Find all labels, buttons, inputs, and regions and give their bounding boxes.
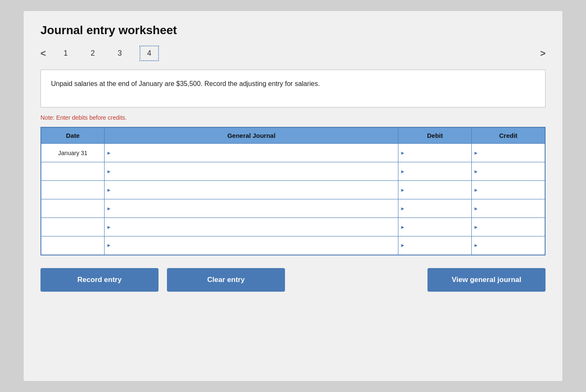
arrow-indicator: ► xyxy=(400,242,405,248)
credit-input-5[interactable] xyxy=(480,218,543,236)
tab-3[interactable]: 3 xyxy=(113,46,127,60)
header-general-journal: General Journal xyxy=(105,127,398,144)
page-title: Journal entry worksheet xyxy=(40,24,546,37)
debit-input-2[interactable] xyxy=(407,162,470,180)
clear-entry-button[interactable]: Clear entry xyxy=(167,268,285,292)
credit-cell-5[interactable]: ► xyxy=(472,218,545,236)
nav-arrow-right[interactable]: > xyxy=(540,48,546,59)
arrow-indicator: ► xyxy=(473,224,478,230)
tab-2[interactable]: 2 xyxy=(86,46,100,60)
table-row: ► ► ► xyxy=(41,236,545,255)
journal-input-2[interactable] xyxy=(113,162,396,180)
credit-cell-1[interactable]: ► xyxy=(472,144,545,162)
record-entry-button[interactable]: Record entry xyxy=(40,268,159,292)
credit-cell-3[interactable]: ► xyxy=(472,181,545,199)
date-cell-1: January 31 xyxy=(41,144,105,162)
debit-input-5[interactable] xyxy=(407,218,470,236)
arrow-indicator: ► xyxy=(473,150,478,156)
table-row: January 31 ► ► ► xyxy=(41,144,545,162)
general-journal-cell-3[interactable]: ► xyxy=(105,181,398,199)
view-general-journal-button[interactable]: View general journal xyxy=(427,268,546,292)
general-journal-cell-2[interactable]: ► xyxy=(105,162,398,181)
debit-input-6[interactable] xyxy=(407,236,470,255)
header-debit: Debit xyxy=(398,127,472,144)
debit-cell-6[interactable]: ► xyxy=(398,236,472,255)
journal-input-3[interactable] xyxy=(113,181,396,199)
description-text: Unpaid salaries at the end of January ar… xyxy=(51,80,320,87)
debit-input-1[interactable] xyxy=(407,144,470,162)
arrow-indicator: ► xyxy=(106,187,111,193)
debit-cell-2[interactable]: ► xyxy=(398,162,472,181)
main-container: Journal entry worksheet < 1 2 3 4 > Unpa… xyxy=(23,11,563,381)
journal-input-4[interactable] xyxy=(113,199,396,217)
table-row: ► ► ► xyxy=(41,162,545,181)
arrow-indicator: ► xyxy=(106,150,111,156)
table-row: ► ► ► xyxy=(41,218,545,236)
general-journal-cell-5[interactable]: ► xyxy=(105,218,398,236)
journal-input-6[interactable] xyxy=(113,236,396,255)
tab-4[interactable]: 4 xyxy=(140,46,159,61)
arrow-indicator: ► xyxy=(106,242,111,248)
journal-input-1[interactable] xyxy=(113,144,396,162)
arrow-indicator: ► xyxy=(400,169,405,175)
arrow-indicator: ► xyxy=(400,187,405,193)
general-journal-cell-4[interactable]: ► xyxy=(105,199,398,218)
tab-1[interactable]: 1 xyxy=(59,46,73,60)
arrow-indicator: ► xyxy=(400,150,405,156)
debit-input-4[interactable] xyxy=(407,199,470,217)
general-journal-cell-1[interactable]: ► xyxy=(105,144,398,162)
note-text: Note: Enter debits before credits. xyxy=(40,114,546,121)
credit-cell-6[interactable]: ► xyxy=(472,236,545,255)
arrow-indicator: ► xyxy=(473,206,478,212)
arrow-indicator: ► xyxy=(106,224,111,230)
date-cell-4 xyxy=(41,199,105,218)
arrow-indicator: ► xyxy=(106,169,111,175)
description-box: Unpaid salaries at the end of January ar… xyxy=(40,70,546,107)
debit-cell-4[interactable]: ► xyxy=(398,199,472,218)
debit-input-3[interactable] xyxy=(407,181,470,199)
general-journal-cell-6[interactable]: ► xyxy=(105,236,398,255)
header-date: Date xyxy=(41,127,105,144)
arrow-indicator: ► xyxy=(400,224,405,230)
arrow-indicator: ► xyxy=(400,206,405,212)
arrow-indicator: ► xyxy=(473,169,478,175)
debit-cell-5[interactable]: ► xyxy=(398,218,472,236)
credit-input-3[interactable] xyxy=(480,181,543,199)
credit-input-2[interactable] xyxy=(480,162,543,180)
credit-cell-4[interactable]: ► xyxy=(472,199,545,218)
debit-cell-1[interactable]: ► xyxy=(398,144,472,162)
date-cell-2 xyxy=(41,162,105,181)
date-cell-6 xyxy=(41,236,105,255)
credit-input-1[interactable] xyxy=(480,144,543,162)
tab-navigation: < 1 2 3 4 > xyxy=(40,46,546,61)
date-cell-3 xyxy=(41,181,105,199)
debit-cell-3[interactable]: ► xyxy=(398,181,472,199)
arrow-indicator: ► xyxy=(106,206,111,212)
journal-input-5[interactable] xyxy=(113,218,396,236)
arrow-indicator: ► xyxy=(473,242,478,248)
header-credit: Credit xyxy=(472,127,545,144)
journal-table: Date General Journal Debit Credit Januar… xyxy=(40,127,546,255)
credit-input-4[interactable] xyxy=(480,199,543,217)
arrow-indicator: ► xyxy=(473,187,478,193)
table-row: ► ► ► xyxy=(41,181,545,199)
credit-cell-2[interactable]: ► xyxy=(472,162,545,181)
date-cell-5 xyxy=(41,218,105,236)
nav-arrow-left[interactable]: < xyxy=(40,48,46,59)
buttons-row: Record entry Clear entry View general jo… xyxy=(40,268,546,292)
table-row: ► ► ► xyxy=(41,199,545,218)
credit-input-6[interactable] xyxy=(480,236,543,255)
